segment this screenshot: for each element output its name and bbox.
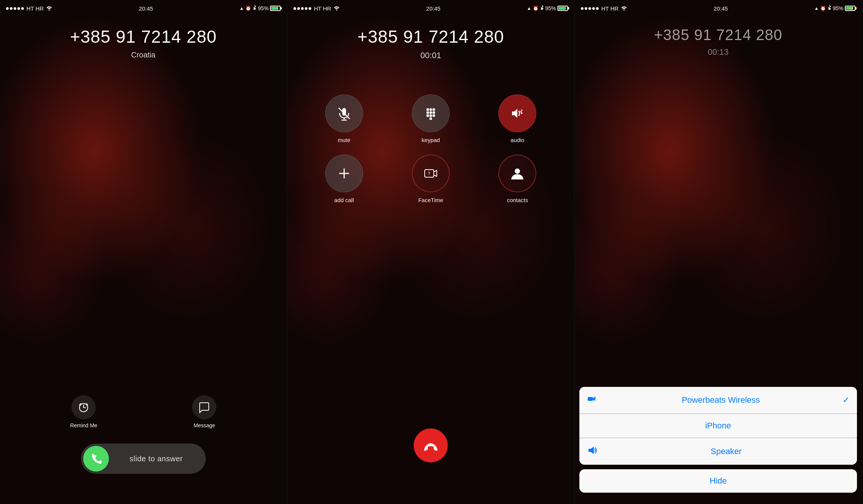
facetime-label: FaceTime xyxy=(418,197,443,203)
battery-bar-3: ⚡ xyxy=(845,6,855,11)
svg-point-16 xyxy=(429,114,432,117)
contacts-icon xyxy=(509,165,526,182)
battery-fill-1 xyxy=(271,7,278,10)
facetime-button[interactable]: ? FaceTime xyxy=(393,155,468,203)
facetime-icon: ? xyxy=(422,165,439,182)
dot3 xyxy=(14,7,16,10)
mute-circle xyxy=(325,94,363,132)
add-call-label: add call xyxy=(334,197,354,203)
message-button[interactable]: Message xyxy=(192,395,216,428)
screen-in-call: HT HR 20:45 ▲ ⏰ 95% +385 91 7214 280 00:… xyxy=(287,0,575,504)
phone-number-2: +385 91 7214 280 xyxy=(287,26,574,47)
time-3: 20:45 xyxy=(714,5,728,12)
add-call-button[interactable]: add call xyxy=(306,155,382,203)
phone-number-1: +385 91 7214 280 xyxy=(0,26,287,47)
status-left-1: HT HR xyxy=(6,5,53,12)
alarm-icon xyxy=(78,401,90,413)
time-1: 20:45 xyxy=(139,5,153,12)
lightning-icon: ⚡ xyxy=(850,6,854,10)
svg-text:?: ? xyxy=(428,171,430,176)
facetime-circle: ? xyxy=(412,155,450,192)
contacts-circle xyxy=(498,155,536,192)
slide-text: slide to answer xyxy=(109,455,203,463)
audio-option-speaker[interactable]: Speaker xyxy=(579,438,857,465)
battery-pct-3: 95% xyxy=(833,5,843,11)
keypad-icon xyxy=(422,105,439,122)
status-right-1: ▲ ⏰ 95% xyxy=(239,5,281,12)
powerbeats-check: ✓ xyxy=(843,395,849,405)
svg-point-15 xyxy=(426,114,429,117)
contacts-label: contacts xyxy=(507,197,528,203)
call-buttons-grid: mute keypad xyxy=(287,94,574,203)
subtitle-1: Croatia xyxy=(0,51,287,59)
svg-point-17 xyxy=(432,114,435,117)
svg-point-13 xyxy=(429,111,432,114)
keypad-circle xyxy=(412,94,450,132)
signal-dots-1 xyxy=(6,7,24,10)
battery-pct-1: 95% xyxy=(258,5,269,11)
alarm-status-icon-1: ⏰ xyxy=(245,6,251,11)
contacts-button[interactable]: contacts xyxy=(480,155,555,203)
audio-options-card: Powerbeats Wireless ✓ iPhone Speaker xyxy=(579,387,857,465)
slide-to-answer[interactable]: slide to answer xyxy=(81,444,206,474)
audio-circle xyxy=(498,94,536,132)
svg-point-12 xyxy=(426,111,429,114)
dot4 xyxy=(17,7,20,10)
audio-label: audio xyxy=(511,137,525,143)
mute-button[interactable]: mute xyxy=(306,94,382,143)
carrier-3: HT HR xyxy=(601,5,619,12)
status-right-3: ▲ ⏰ 95% ⚡ xyxy=(814,5,855,12)
status-bar-1: HT HR 20:45 ▲ ⏰ 95% xyxy=(0,0,287,15)
svg-point-14 xyxy=(432,111,435,114)
powerbeats-label: Powerbeats Wireless xyxy=(603,395,839,405)
status-left-3: HT HR xyxy=(581,5,627,12)
svg-point-23 xyxy=(515,169,520,174)
wifi-icon-1 xyxy=(46,5,53,12)
slide-circle xyxy=(83,446,109,472)
time-2: 20:45 xyxy=(426,5,441,12)
audio-icon xyxy=(509,105,526,122)
svg-point-9 xyxy=(426,108,429,111)
remind-me-label: Remind Me xyxy=(70,422,98,428)
keypad-button[interactable]: keypad xyxy=(393,94,468,143)
status-bar-2: HT HR 20:45 ▲ ⏰ 95% xyxy=(287,0,574,15)
carrier-2: HT HR xyxy=(314,5,331,12)
screen-incoming: HT HR 20:45 ▲ ⏰ 95% +385 91 7214 280 Cro… xyxy=(0,0,287,504)
message-label: Message xyxy=(194,422,215,428)
mute-label: mute xyxy=(338,137,350,143)
add-call-circle xyxy=(325,155,363,192)
battery-bar-2 xyxy=(557,6,568,11)
svg-point-10 xyxy=(429,108,432,111)
audio-menu: Powerbeats Wireless ✓ iPhone Speaker xyxy=(575,387,861,504)
speaker-label: Speaker xyxy=(603,447,849,456)
dot5 xyxy=(21,7,24,10)
remind-me-icon-wrap xyxy=(71,395,96,419)
screen-audio-picker: HT HR 20:45 ▲ ⏰ 95% ⚡ +385 91 7214 280 0… xyxy=(575,0,862,504)
audio-button[interactable]: audio xyxy=(480,94,555,143)
mute-icon xyxy=(336,105,352,122)
signal-dots-2 xyxy=(293,7,311,10)
svg-point-18 xyxy=(429,117,432,120)
keypad-label: keypad xyxy=(422,137,440,143)
status-right-2: ▲ ⏰ 95% xyxy=(527,5,568,12)
wifi-icon-3 xyxy=(621,5,627,12)
battery-pct-2: 95% xyxy=(545,5,556,11)
hide-button[interactable]: Hide xyxy=(579,469,857,493)
remind-me-button[interactable]: Remind Me xyxy=(70,395,98,428)
location-icon-1: ▲ xyxy=(239,6,244,11)
call-timer-2: 00:01 xyxy=(287,51,574,60)
end-call-button[interactable] xyxy=(414,428,448,462)
speaker-icon xyxy=(587,445,598,458)
signal-dots-3 xyxy=(581,7,599,10)
svg-rect-24 xyxy=(588,397,593,401)
status-bar-3: HT HR 20:45 ▲ ⏰ 95% ⚡ xyxy=(575,0,861,15)
carrier-1: HT HR xyxy=(26,5,44,12)
status-left-2: HT HR xyxy=(293,5,340,12)
phone-icon xyxy=(89,452,103,465)
incoming-actions: Remind Me Message xyxy=(0,395,287,428)
phone-number-3: +385 91 7214 280 xyxy=(575,26,861,43)
audio-option-powerbeats[interactable]: Powerbeats Wireless ✓ xyxy=(579,387,857,414)
wifi-icon-2 xyxy=(333,5,340,12)
dot1 xyxy=(6,7,9,10)
audio-option-iphone[interactable]: iPhone xyxy=(579,414,857,438)
